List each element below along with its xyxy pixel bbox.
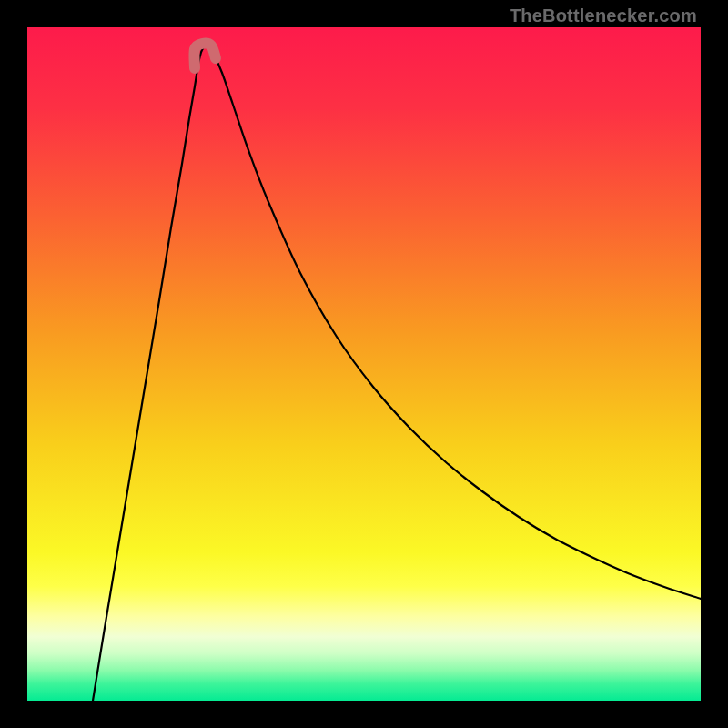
optimal-hook-marker [194, 44, 216, 68]
watermark-text: TheBottlenecker.com [510, 5, 697, 26]
curve-layer [27, 27, 701, 701]
chart-frame: TheBottlenecker.com [0, 0, 728, 728]
bottleneck-curve [93, 46, 701, 701]
plot-area [27, 27, 701, 701]
